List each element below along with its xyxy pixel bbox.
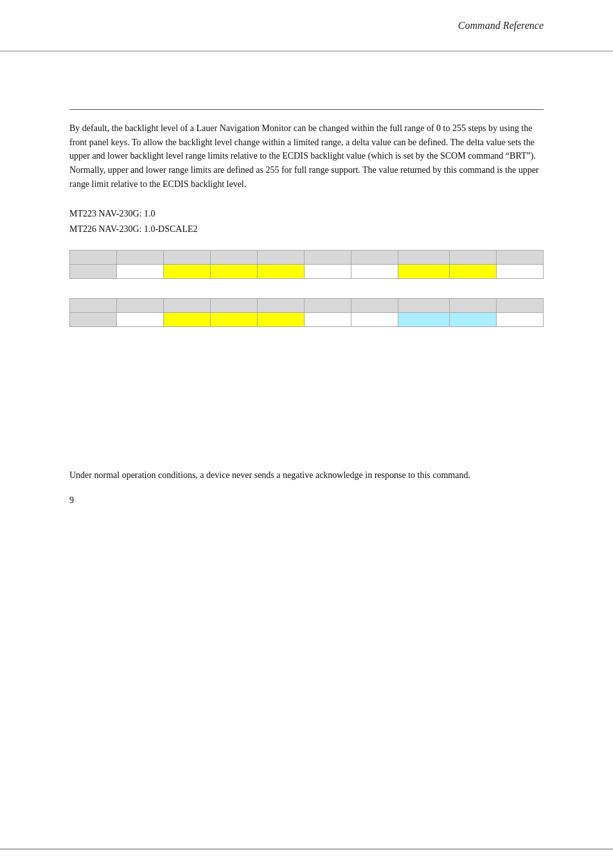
table-cell xyxy=(305,299,351,313)
table-row xyxy=(70,265,544,279)
table-cell xyxy=(305,251,351,265)
data-table-1 xyxy=(69,250,544,279)
table-cell xyxy=(351,251,398,265)
table-row xyxy=(70,299,544,313)
table-cell xyxy=(351,313,398,327)
description-text: By default, the backlight level of a Lau… xyxy=(69,121,544,191)
table-row xyxy=(70,313,544,327)
table-cell xyxy=(450,313,497,327)
version-line-2: MT226 NAV-230G: 1.0-DSCALE2 xyxy=(69,222,544,237)
table-cell xyxy=(398,251,450,265)
table-cell xyxy=(117,251,164,265)
table-cell xyxy=(211,251,258,265)
table-cell xyxy=(117,265,164,279)
table-cell xyxy=(450,251,497,265)
table-row xyxy=(70,251,544,265)
version-line-1: MT223 NAV-230G: 1.0 xyxy=(69,206,544,222)
table-cell xyxy=(164,299,211,313)
version-lines: MT223 NAV-230G: 1.0 MT226 NAV-230G: 1.0-… xyxy=(69,206,544,237)
top-divider xyxy=(69,109,544,110)
table-cell xyxy=(497,313,544,327)
page-number: 9 xyxy=(69,495,544,506)
table-cell xyxy=(164,251,211,265)
main-content: By default, the backlight level of a Lau… xyxy=(69,51,544,849)
page-header: Command Reference xyxy=(0,0,613,51)
table-2-section xyxy=(69,298,544,327)
table-cell xyxy=(70,251,117,265)
table-cell xyxy=(450,299,497,313)
table-cell xyxy=(211,265,258,279)
table-cell xyxy=(305,265,351,279)
table-cell xyxy=(305,313,351,327)
table-cell xyxy=(70,265,117,279)
table-cell xyxy=(258,265,305,279)
page-footer xyxy=(0,849,613,868)
table-cell xyxy=(351,265,398,279)
table-1-section xyxy=(69,250,544,279)
table-cell xyxy=(164,265,211,279)
table-cell xyxy=(164,313,211,327)
table-cell xyxy=(258,299,305,313)
page: Command Reference By default, the backli… xyxy=(0,0,613,868)
table-cell xyxy=(398,299,450,313)
table-cell xyxy=(258,251,305,265)
table-cell xyxy=(70,313,117,327)
table-cell xyxy=(211,299,258,313)
table-cell xyxy=(497,299,544,313)
table-cell xyxy=(211,313,258,327)
table-cell xyxy=(117,313,164,327)
header-title: Command Reference xyxy=(458,20,544,31)
data-table-2 xyxy=(69,298,544,327)
lower-description: Under normal operation conditions, a dev… xyxy=(69,468,544,483)
table-cell xyxy=(497,265,544,279)
table-cell xyxy=(398,313,450,327)
table-cell xyxy=(258,313,305,327)
table-cell xyxy=(70,299,117,313)
table-cell xyxy=(351,299,398,313)
table-cell xyxy=(117,299,164,313)
table-cell xyxy=(450,265,497,279)
table-cell xyxy=(497,251,544,265)
table-cell xyxy=(398,265,450,279)
